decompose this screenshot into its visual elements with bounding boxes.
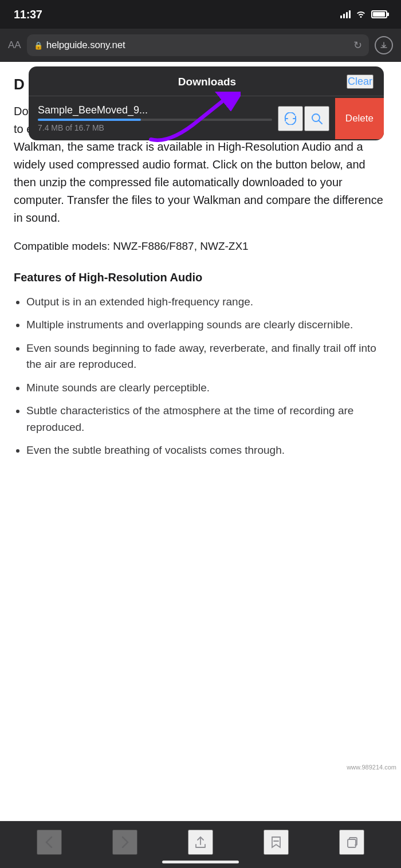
- refresh-download-button[interactable]: [278, 106, 303, 131]
- svg-rect-3: [348, 839, 356, 847]
- status-time: 11:37: [14, 8, 42, 21]
- popup-title: Downloads: [68, 76, 347, 88]
- wifi-icon: [355, 9, 367, 20]
- compatible-models: Compatible models: NWZ-F886/F887, NWZ-ZX…: [14, 238, 387, 255]
- bottom-toolbar: [0, 821, 401, 868]
- download-item: Sample_BeeMoved_9... 7.4 MB of 16.7 MB: [29, 96, 384, 140]
- reload-button[interactable]: ↻: [353, 39, 362, 52]
- download-info: Sample_BeeMoved_9... 7.4 MB of 16.7 MB: [38, 96, 272, 140]
- delete-button[interactable]: Delete: [335, 98, 384, 139]
- share-button[interactable]: [188, 830, 213, 855]
- bookmarks-button[interactable]: [264, 830, 289, 855]
- forward-button[interactable]: [112, 830, 137, 855]
- features-list: Output is in an extended high-frequency …: [14, 294, 387, 459]
- clear-button[interactable]: Clear: [347, 74, 374, 89]
- list-item: Even sounds beginning to fade away, reve…: [26, 340, 387, 373]
- watermark: www.989214.com: [347, 764, 396, 771]
- download-nav-button[interactable]: [375, 36, 393, 54]
- list-item: Multiple instruments and overlapping sou…: [26, 317, 387, 333]
- search-download-button[interactable]: [304, 106, 329, 131]
- download-size: 7.4 MB of 16.7 MB: [38, 123, 272, 132]
- url-display: helpguide.sony.net: [46, 40, 125, 51]
- progress-bar-fill: [38, 119, 141, 121]
- download-filename: Sample_BeeMoved_9...: [38, 104, 272, 116]
- svg-line-1: [319, 120, 322, 124]
- address-bar: AA 🔒 helpguide.sony.net ↻: [0, 29, 401, 62]
- back-button[interactable]: [37, 830, 62, 855]
- popup-header: Downloads Clear: [29, 66, 384, 96]
- status-bar: 11:37: [0, 0, 401, 29]
- list-item: Output is in an extended high-frequency …: [26, 294, 387, 311]
- progress-bar-container: [38, 119, 272, 121]
- download-actions: [272, 106, 335, 131]
- home-indicator: [162, 861, 239, 863]
- url-area[interactable]: 🔒 helpguide.sony.net ↻: [27, 34, 369, 56]
- signal-icon: [340, 10, 351, 18]
- status-icons: [340, 9, 387, 20]
- tabs-button[interactable]: [339, 830, 364, 855]
- list-item: Minute sounds are clearly perceptible.: [26, 380, 387, 396]
- lock-icon: 🔒: [34, 41, 43, 50]
- battery-icon: [371, 10, 387, 18]
- content-area: D Download samples of High-Resolution mu…: [0, 62, 401, 821]
- downloads-popup: Downloads Clear Sample_BeeMoved_9... 7.4…: [29, 66, 384, 140]
- list-item: Even the subtle breathing of vocalists c…: [26, 442, 387, 459]
- features-heading: Features of High-Resolution Audio: [14, 269, 387, 286]
- list-item: Subtle characteristics of the atmosphere…: [26, 403, 387, 435]
- aa-button[interactable]: AA: [8, 40, 21, 51]
